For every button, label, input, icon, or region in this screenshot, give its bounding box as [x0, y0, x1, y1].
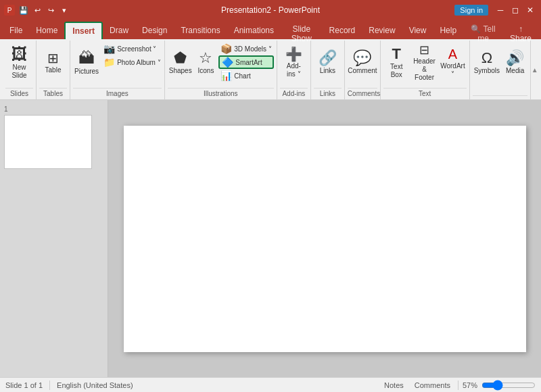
addins-label: Add-ins ˅ [287, 62, 301, 78]
pictures-button[interactable]: 🏔 Pictures [73, 42, 100, 84]
language-indicator: English (United States) [57, 381, 133, 389]
comment-button[interactable]: 💬 Comment [348, 42, 377, 84]
screenshot-icon: 📷 [103, 43, 115, 54]
wordart-button[interactable]: A WordArt ˅ [439, 42, 467, 84]
tab-view[interactable]: View [402, 22, 433, 39]
symbols-group-content: Ω Symbols 🔊 Media [473, 42, 527, 94]
slide-canvas[interactable] [124, 126, 526, 352]
chart-button[interactable]: 📊 Chart [218, 69, 274, 82]
pictures-label: Pictures [74, 68, 99, 76]
title-bar-right: Sign in ─ ◻ ✕ [454, 3, 537, 17]
ribbon-group-symbols: Ω Symbols 🔊 Media [470, 41, 531, 99]
tables-group-content: ⊞ Table [39, 42, 67, 87]
comments-group-label: Comments [348, 88, 377, 98]
tab-insert[interactable]: Insert [64, 22, 103, 39]
status-separator-1 [49, 381, 50, 390]
shapes-label: Shapes [169, 67, 192, 75]
header-footer-icon: ⊟ [419, 44, 429, 56]
tab-home[interactable]: Home [29, 22, 64, 39]
screenshot-button[interactable]: 📷 Screenshot ˅ [101, 42, 162, 55]
tab-tellme[interactable]: 🔍 Tell me [463, 22, 503, 39]
ribbon-group-tables: ⊞ Table Tables [37, 41, 70, 99]
tab-animations[interactable]: Animations [227, 22, 281, 39]
ribbon-group-slides: 🖼 NewSlide Slides [3, 41, 37, 99]
comments-button[interactable]: Comments [411, 380, 454, 391]
tables-group-label: Tables [39, 88, 67, 98]
tab-help[interactable]: Help [433, 22, 463, 39]
illustrations-group-content: ⬟ Shapes ☆ Icons 📦 3D Models ˅ 🔷 SmartAr… [168, 42, 274, 87]
addins-icon: ➕ [285, 47, 302, 61]
media-button[interactable]: 🔊 Media [502, 42, 527, 84]
wordart-label: WordArt ˅ [440, 62, 465, 78]
links-icon: 🔗 [319, 51, 337, 66]
minimize-button[interactable]: ─ [494, 3, 507, 17]
ribbon-content: 🖼 NewSlide Slides ⊞ Table Tables 🏔 Pictu… [0, 39, 541, 100]
ribbon-group-images: 🏔 Pictures 📷 Screenshot ˅ 📁 Photo Album … [70, 41, 165, 99]
text-group-label: Text [383, 88, 467, 98]
tab-file[interactable]: File [3, 22, 29, 39]
symbols-group-label [473, 95, 527, 98]
redo-button[interactable]: ↪ [45, 4, 57, 16]
customize-qat-button[interactable]: ▾ [58, 4, 70, 16]
new-slide-icon: 🖼 [11, 46, 28, 62]
header-footer-button[interactable]: ⊟ Header& Footer [411, 42, 438, 84]
textbox-button[interactable]: T TextBox [383, 42, 410, 84]
slide-thumbnail[interactable] [4, 115, 92, 169]
sign-in-button[interactable]: Sign in [454, 5, 488, 16]
icons-button[interactable]: ☆ Icons [195, 42, 218, 84]
zoom-slider[interactable] [481, 380, 536, 391]
tab-record[interactable]: Record [323, 22, 362, 39]
canvas-area [108, 100, 541, 377]
comments-group-content: 💬 Comment [348, 42, 377, 87]
zoom-level: 57% [463, 381, 477, 389]
comment-icon: 💬 [353, 51, 371, 66]
3d-models-icon: 📦 [220, 43, 232, 54]
slides-group-label: Slides [5, 88, 33, 98]
tab-slideshow[interactable]: Slide Show [281, 22, 323, 39]
ribbon-group-illustrations: ⬟ Shapes ☆ Icons 📦 3D Models ˅ 🔷 SmartAr… [165, 41, 277, 99]
chart-label: Chart [234, 72, 250, 80]
table-button[interactable]: ⊞ Table [39, 42, 67, 84]
window-controls: ─ ◻ ✕ [494, 3, 537, 17]
links-button[interactable]: 🔗 Links [314, 42, 342, 84]
images-small-stack: 📷 Screenshot ˅ 📁 Photo Album ˅ [101, 42, 162, 69]
ribbon-tabs: File Home Insert Draw Design Transitions… [0, 20, 541, 39]
media-icon: 🔊 [506, 51, 524, 66]
notes-button[interactable]: Notes [381, 380, 407, 391]
comment-label: Comment [348, 67, 377, 75]
text-group-content: T TextBox ⊟ Header& Footer A WordArt ˅ [383, 42, 467, 87]
pictures-icon: 🏔 [78, 50, 95, 66]
ribbon-collapse-button[interactable]: ▲ [531, 41, 538, 99]
addins-group-content: ➕ Add-ins ˅ [280, 42, 308, 87]
photo-album-button[interactable]: 📁 Photo Album ˅ [101, 55, 162, 69]
tab-review[interactable]: Review [362, 22, 402, 39]
restore-button[interactable]: ◻ [509, 3, 522, 17]
title-bar: P 💾 ↩ ↪ ▾ Presentation2 - PowerPoint Sig… [0, 0, 541, 20]
links-group-content: 🔗 Links [314, 42, 342, 87]
save-button[interactable]: 💾 [18, 4, 30, 16]
table-label: Table [45, 66, 62, 74]
3d-models-button[interactable]: 📦 3D Models ˅ [218, 42, 274, 55]
shapes-button[interactable]: ⬟ Shapes [168, 42, 193, 84]
icons-label: Icons [198, 67, 214, 75]
smartart-button[interactable]: 🔷 SmartArt [218, 55, 274, 69]
addins-button[interactable]: ➕ Add-ins ˅ [280, 42, 308, 84]
smartart-label: SmartArt [235, 59, 262, 66]
status-bar: Slide 1 of 1 English (United States) Not… [0, 377, 541, 392]
quick-access-toolbar: 💾 ↩ ↪ ▾ [18, 4, 70, 16]
close-button[interactable]: ✕ [523, 3, 537, 17]
undo-button[interactable]: ↩ [31, 4, 43, 16]
tab-transitions[interactable]: Transitions [174, 22, 227, 39]
3d-models-label: 3D Models ˅ [234, 45, 272, 53]
tab-design[interactable]: Design [135, 22, 174, 39]
tab-share[interactable]: ↑ Share [503, 22, 538, 39]
photo-album-icon: 📁 [103, 57, 115, 68]
main-area: 1 [0, 100, 541, 377]
tab-draw[interactable]: Draw [103, 22, 135, 39]
title-bar-left: P 💾 ↩ ↪ ▾ [4, 4, 70, 16]
new-slide-button[interactable]: 🖼 NewSlide [5, 42, 33, 84]
header-footer-label: Header& Footer [413, 57, 436, 82]
screenshot-label: Screenshot ˅ [117, 45, 156, 53]
media-label: Media [506, 67, 524, 75]
symbols-button[interactable]: Ω Symbols [473, 42, 501, 84]
